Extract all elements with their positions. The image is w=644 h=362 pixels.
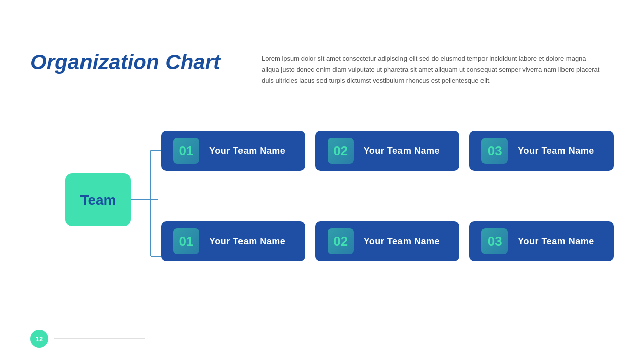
team-card-top-3: 03 Your Team Name [469,131,614,171]
card-name: Your Team Name [518,146,594,156]
card-number-box: 03 [481,138,508,164]
team-card-bot-2: 02 Your Team Name [315,221,460,261]
team-label: Team [80,192,116,208]
card-number-box: 01 [173,228,199,254]
card-number-box: 02 [328,228,354,254]
team-box: Team [65,173,131,226]
card-number-box: 01 [173,138,199,164]
card-number: 02 [333,143,348,159]
team-card-top-2: 02 Your Team Name [315,131,460,171]
card-name: Your Team Name [364,236,440,247]
card-name: Your Team Name [209,236,285,247]
org-chart: Team 01 Your Team Name 02 Your Team Name… [30,131,614,302]
footer: 12 [30,330,145,348]
team-card-bot-1: 01 Your Team Name [161,221,305,261]
description-text: Lorem ipsum dolor sit amet consectetur a… [262,50,604,86]
card-number-box: 03 [481,228,508,254]
card-name: Your Team Name [209,146,285,156]
card-number-box: 02 [328,138,354,164]
page-number-badge: 12 [30,330,48,348]
cards-grid: 01 Your Team Name 02 Your Team Name 03 Y… [161,131,614,302]
page-title: Organization Chart [30,50,221,74]
card-number: 02 [333,234,348,249]
team-card-bot-3: 03 Your Team Name [469,221,614,261]
header: Organization Chart Lorem ipsum dolor sit… [30,50,614,86]
card-number: 03 [488,234,502,249]
card-name: Your Team Name [364,146,440,156]
card-number: 03 [488,143,502,159]
card-number: 01 [179,143,194,159]
footer-divider [54,338,145,339]
card-number: 01 [179,234,194,249]
slide: Organization Chart Lorem ipsum dolor sit… [0,0,644,362]
team-card-top-1: 01 Your Team Name [161,131,305,171]
card-name: Your Team Name [518,236,594,247]
